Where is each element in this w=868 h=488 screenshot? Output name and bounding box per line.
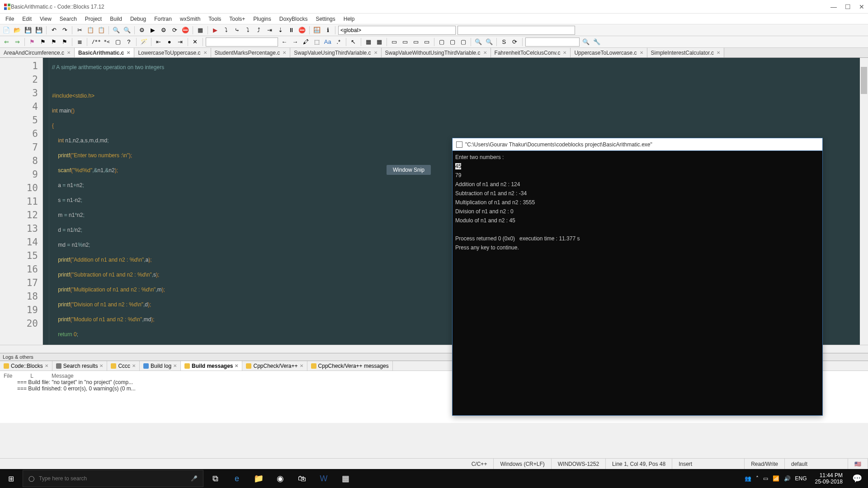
search-next-icon[interactable]: → xyxy=(291,38,300,47)
paste-icon[interactable]: 📋 xyxy=(97,26,106,35)
volume-icon[interactable]: 🔊 xyxy=(784,475,791,482)
file-tab[interactable]: StudentMarksPercentage.c✕ xyxy=(211,48,291,57)
notifications-icon[interactable]: 💬 xyxy=(846,469,868,488)
debug-info-icon[interactable]: ℹ xyxy=(323,26,332,35)
menu-search[interactable]: Search xyxy=(56,15,80,23)
replace-icon[interactable]: 🔍 xyxy=(123,26,132,35)
layout4-icon[interactable]: ▭ xyxy=(422,38,431,47)
thread-tool-icon[interactable]: 🔧 xyxy=(592,38,601,47)
taskbar-clock[interactable]: 11:44 PM 25-09-2018 xyxy=(811,472,846,485)
search-input[interactable] xyxy=(39,475,186,482)
battery-icon[interactable]: ▭ xyxy=(763,475,768,482)
jump-fwd-icon[interactable]: ⇥ xyxy=(176,38,185,47)
close-icon[interactable]: ✕ xyxy=(45,363,48,368)
codeblocks-task-icon[interactable]: ▦ xyxy=(335,469,356,488)
menu-debug[interactable]: Debug xyxy=(127,15,150,23)
start-button[interactable]: ⊞ xyxy=(0,469,22,488)
s-icon[interactable]: S xyxy=(500,38,509,47)
debug-pause-icon[interactable]: ⏸ xyxy=(287,26,296,35)
new-file-icon[interactable]: 📄 xyxy=(2,26,11,35)
log-tab[interactable]: Code::Blocks✕ xyxy=(0,361,52,371)
mic-icon[interactable]: 🎤 xyxy=(191,475,198,482)
thread-find-icon[interactable]: 🔍 xyxy=(581,38,590,47)
menu-settings[interactable]: Settings xyxy=(312,15,339,23)
vertical-scrollbar[interactable] xyxy=(860,58,868,345)
system-tray[interactable]: 👥 ˄ ▭ 📶 🔊 ENG xyxy=(740,475,811,482)
file-tab[interactable]: LowercaseToUppercase.c✕ xyxy=(134,48,211,57)
menu-toolsplus[interactable]: Tools+ xyxy=(226,15,249,23)
minimize-button[interactable]: — xyxy=(830,3,837,10)
menu-project[interactable]: Project xyxy=(81,15,105,23)
bookmark-toggle-icon[interactable]: ⚑ xyxy=(28,38,37,47)
menu-tools[interactable]: Tools xyxy=(205,15,225,23)
close-icon[interactable]: ✕ xyxy=(640,50,643,55)
grid1-icon[interactable]: ▦ xyxy=(364,38,373,47)
log-tab[interactable]: Build messages✕ xyxy=(181,361,242,371)
close-icon[interactable]: ✕ xyxy=(483,50,487,55)
log-tab[interactable]: CppCheck/Vera++ messages xyxy=(307,361,393,371)
menu-file[interactable]: File xyxy=(2,15,18,23)
zoom-in-icon[interactable]: 🔍 xyxy=(474,38,483,47)
chevron-up-icon[interactable]: ˄ xyxy=(756,475,759,482)
debug-stop-icon[interactable]: ⛔ xyxy=(297,26,307,35)
diff-icon[interactable]: ≣ xyxy=(75,38,84,47)
menu-build[interactable]: Build xyxy=(106,15,126,23)
thread-combo[interactable] xyxy=(525,38,580,47)
close-icon[interactable]: ✕ xyxy=(717,50,720,55)
log-tab[interactable]: Search results✕ xyxy=(52,361,108,371)
file-tab[interactable]: UppercaseToLowercase.c✕ xyxy=(571,48,647,57)
regex-icon[interactable]: .* xyxy=(334,38,343,47)
explorer-icon[interactable]: 📁 xyxy=(248,469,269,488)
doxygen-box-icon[interactable]: ▢ xyxy=(113,38,123,47)
log-tab[interactable]: Cccc✕ xyxy=(107,361,140,371)
wifi-icon[interactable]: 📶 xyxy=(773,475,779,482)
debug-window-icon[interactable]: 🪟 xyxy=(312,26,321,35)
box3-icon[interactable]: ▢ xyxy=(459,38,468,47)
step-out-icon[interactable]: ⤴ xyxy=(254,26,263,35)
close-icon[interactable]: ✕ xyxy=(67,50,71,55)
highlight-icon[interactable]: 🖍 xyxy=(302,38,311,47)
jump-mark-icon[interactable]: ● xyxy=(165,38,174,47)
matchcase-icon[interactable]: Aa xyxy=(323,38,332,47)
menu-fortran[interactable]: Fortran xyxy=(151,15,175,23)
build-icon[interactable]: ⚙ xyxy=(137,26,146,35)
bookmark-next-icon[interactable]: ⚑ xyxy=(49,38,58,47)
console-title-bar[interactable]: "C:\Users\Gourav Thakur\Documents\codebl… xyxy=(453,138,822,151)
undo-icon[interactable]: ↶ xyxy=(49,26,58,35)
cursor-icon[interactable]: ↖ xyxy=(349,38,358,47)
edge-icon[interactable]: e xyxy=(226,469,248,488)
refresh-icon[interactable]: ⟳ xyxy=(510,38,519,47)
layout3-icon[interactable]: ▭ xyxy=(411,38,420,47)
menu-edit[interactable]: Edit xyxy=(19,15,35,23)
scope-combo[interactable]: <global> xyxy=(338,26,456,35)
build-run-icon[interactable]: ⚙ xyxy=(159,26,168,35)
bookmark-prev-icon[interactable]: ⚑ xyxy=(38,38,47,47)
maximize-button[interactable]: ☐ xyxy=(845,3,851,10)
box2-icon[interactable]: ▢ xyxy=(448,38,457,47)
close-icon[interactable]: ✕ xyxy=(283,50,286,55)
close-icon[interactable]: ✕ xyxy=(235,363,238,368)
find-icon[interactable]: 🔍 xyxy=(112,26,121,35)
debug-run-icon[interactable]: ▶ xyxy=(211,26,220,35)
log-tab[interactable]: Build log✕ xyxy=(140,361,181,371)
bookmark-clear-icon[interactable]: ⚑ xyxy=(60,38,69,47)
close-icon[interactable]: ✕ xyxy=(374,50,377,55)
back-icon[interactable]: ⇐ xyxy=(2,38,11,47)
forward-icon[interactable]: ⇒ xyxy=(13,38,22,47)
chrome-icon[interactable]: ◉ xyxy=(269,469,291,488)
close-icon[interactable]: ✕ xyxy=(132,363,136,368)
file-tab[interactable]: AreaAndCircumference.c✕ xyxy=(0,48,75,57)
close-button[interactable]: ✕ xyxy=(859,3,864,10)
layout2-icon[interactable]: ▭ xyxy=(401,38,410,47)
file-tab[interactable]: SwapValueUsingThirdVariable.c✕ xyxy=(290,48,381,57)
close-icon[interactable]: ✕ xyxy=(563,50,566,55)
taskbar-search[interactable]: ◯ 🎤 xyxy=(23,470,203,487)
save-all-icon[interactable]: 💾 xyxy=(34,26,43,35)
symbols-combo[interactable] xyxy=(458,26,575,35)
store-icon[interactable]: 🛍 xyxy=(291,469,313,488)
redo-icon[interactable]: ↷ xyxy=(60,26,69,35)
debug-continue-icon[interactable]: ⤵ xyxy=(222,26,231,35)
search-combo[interactable] xyxy=(206,38,278,47)
language-indicator[interactable]: ENG xyxy=(795,475,807,482)
close-icon[interactable]: ✕ xyxy=(99,363,103,368)
